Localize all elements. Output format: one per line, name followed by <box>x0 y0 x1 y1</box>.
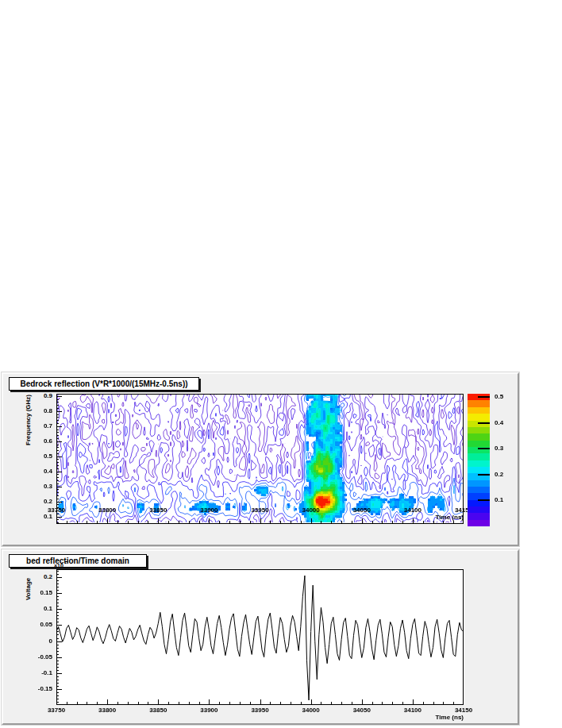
colorbar-tick-label: 0.1 <box>495 497 514 503</box>
x-tick-label: 34050 <box>346 707 378 714</box>
waveform-y-axis-title: Voltage <box>25 578 32 600</box>
colorbar-band <box>468 453 490 460</box>
x-tick-label: 33900 <box>193 507 225 514</box>
x-tick-label: 34050 <box>346 507 378 514</box>
y-tick-label: -0.05 <box>29 654 52 661</box>
exponent-superscript-mark <box>65 561 67 562</box>
colorbar-band <box>468 400 490 406</box>
waveform-pad: bed reflection/Time domain Voltage ×10 0… <box>2 549 519 725</box>
colorbar-tick-label: 0.3 <box>495 445 514 452</box>
y-tick-label: 0.1 <box>29 606 52 612</box>
colorbar-band <box>468 513 490 519</box>
y-tick-label: -0.15 <box>29 686 52 692</box>
colorbar-band <box>468 480 490 487</box>
colorbar-band <box>468 467 490 473</box>
x-tick-label: 33800 <box>91 507 123 514</box>
x-tick-label: 34000 <box>295 707 327 714</box>
colorbar-band <box>468 441 490 447</box>
colorbar-band <box>468 520 490 526</box>
x-tick-label: 34100 <box>397 507 429 514</box>
y-tick-label: 0.8 <box>29 408 52 414</box>
colorbar-band <box>468 487 490 493</box>
colorbar-band <box>468 460 490 467</box>
colorbar-band <box>468 493 490 499</box>
colorbar-tick-label: 0.4 <box>495 420 514 426</box>
y-tick-label: 0.6 <box>29 438 52 445</box>
y-tick-label: 0.4 <box>29 468 52 475</box>
spectrogram-title: Bedrock reflection (V*R*1000/(15MHz-0.5n… <box>20 379 187 388</box>
y-tick-label: 0.3 <box>29 483 52 490</box>
y-tick-label: 0.7 <box>29 423 52 429</box>
colorbar-band <box>468 414 490 420</box>
colorbar <box>468 394 490 526</box>
y-tick-label: 0.1 <box>29 514 52 520</box>
x-tick-label: 33800 <box>91 707 123 714</box>
y-tick-label: 0.9 <box>29 393 52 399</box>
x-tick-label: 33850 <box>142 707 174 714</box>
colorbar-tick <box>478 448 490 449</box>
waveform-plot-area[interactable] <box>56 569 464 705</box>
colorbar-tick-label: 0.2 <box>495 472 514 478</box>
x-tick-label: 33750 <box>40 507 72 514</box>
waveform-title-box: bed reflection/Time domain <box>9 554 147 568</box>
waveform-x-axis-title: Time (ns) <box>413 714 464 721</box>
spectrogram-x-axis-title: Time (ns) <box>413 514 464 521</box>
y-axis-exponent: ×10 <box>54 563 64 568</box>
y-tick-label: 0.5 <box>29 453 52 460</box>
x-tick-label: 33750 <box>40 707 72 714</box>
spectrogram-title-box: Bedrock reflection (V*R*1000/(15MHz-0.5n… <box>9 377 199 391</box>
colorbar-tick <box>478 396 490 398</box>
colorbar-tick <box>478 474 490 476</box>
x-tick-label: 34150 <box>448 707 479 714</box>
colorbar-tick-label: 0.5 <box>495 394 514 400</box>
x-tick-label: 33950 <box>244 507 276 514</box>
colorbar-band <box>468 507 490 513</box>
x-tick-label: 33850 <box>142 507 174 514</box>
spectrogram-pad: Bedrock reflection (V*R*1000/(15MHz-0.5n… <box>2 372 519 546</box>
x-tick-label: 34000 <box>295 507 327 514</box>
spectrogram-plot-area[interactable] <box>56 394 464 524</box>
y-tick-label: -0.1 <box>29 670 52 676</box>
y-tick-label: 0.15 <box>29 590 52 596</box>
colorbar-band <box>468 407 490 414</box>
colorbar-band <box>468 427 490 433</box>
x-tick-label: 33900 <box>193 707 225 714</box>
x-tick-label: 33950 <box>244 707 276 714</box>
colorbar-band <box>468 433 490 440</box>
waveform-title: bed reflection/Time domain <box>26 557 129 565</box>
x-tick-label: 34100 <box>397 707 429 714</box>
y-tick-label: 0.2 <box>29 499 52 505</box>
y-tick-label: 0 <box>29 638 52 645</box>
y-tick-label: 0.2 <box>29 574 52 580</box>
colorbar-tick <box>478 422 490 424</box>
y-tick-label: 0.05 <box>29 622 52 628</box>
colorbar-tick <box>478 499 490 501</box>
